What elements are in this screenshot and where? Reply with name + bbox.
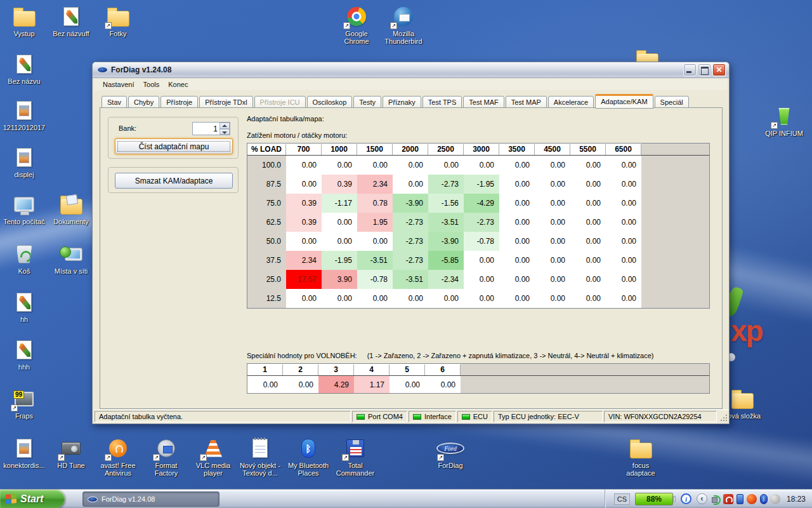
computer-icon [10,193,39,216]
column-header: 3000 [464,144,499,155]
desktop-icon-label: Koš [18,267,30,275]
idle-column-header: 5 [390,364,425,375]
tab-testy[interactable]: Testy [353,96,381,108]
desktop-icon-fordiag[interactable]: FordForDiag [428,437,473,469]
desktop-icon-12112012017[interactable]: 12112012017 [1,99,47,131]
table-cell: -2.73 [464,213,499,232]
menu-item-konec[interactable]: Konec [164,79,192,90]
tab-osciloskop[interactable]: Osciloskop [307,96,353,108]
avast-icon[interactable] [747,494,757,504]
table-cell: 0.00 [286,175,322,194]
desktop-icon-hhh[interactable]: hhh [1,338,47,371]
folder-glyph [630,443,652,458]
tab-speci-l[interactable]: Speciál [655,96,689,108]
table-cell: 17.57 [286,270,322,289]
bank-value[interactable]: 1 [193,123,219,135]
desktop-icon-google-chrome[interactable]: Google Chrome [334,5,379,45]
desktop-icon-label: Bez názvuff [53,30,89,37]
battery-indicator[interactable]: 88% [635,493,673,505]
close-button[interactable] [712,64,726,76]
tab-test-maf[interactable]: Test MAF [463,96,504,108]
volume-icon[interactable] [770,494,780,504]
spinner-up-icon[interactable] [219,123,230,129]
desktop-icon-my-bluetooth-places[interactable]: ᛒMy Bluetooth Places [285,437,331,477]
desktop-icon-bez-názvu[interactable]: Bez názvu [1,53,47,85]
desktop-icon-nový-objekt-textový-d-[interactable]: Nový objekt - Textový d... [237,437,283,477]
table-cell: 0.00 [393,175,428,194]
table-cell: 0.78 [357,194,393,213]
desktop-icon-hd-tune[interactable]: HD Tune [48,437,94,469]
desktop-icon-fotky[interactable]: Fotky [95,5,141,37]
desktop-icon-dokumenty[interactable]: Dokumenty [48,193,94,225]
desktop-icon-konektordis-[interactable]: konektordis... [1,437,47,469]
qip-icon [769,105,799,128]
resize-grip[interactable] [718,411,728,422]
tab-test-tps[interactable]: Test TPS [422,96,462,108]
maximize-button[interactable] [698,64,711,76]
start-button[interactable]: Start [0,490,65,508]
desktop-icon-fraps[interactable]: 99Fraps [1,387,47,420]
desktop-icon-vystup[interactable]: Vystup [1,5,47,37]
desktop-icon-label: QIP INFIUM [765,130,803,137]
tab-akcelerace[interactable]: Akcelerace [548,96,594,108]
tab-chyby[interactable]: Chyby [128,96,159,108]
table-cell: -3.51 [357,251,393,270]
table-cell: 0.00 [322,289,357,308]
shortcut-arrow-icon [342,454,349,461]
tab-test-map[interactable]: Test MAP [506,96,547,108]
table-cell: -3.51 [428,213,464,232]
menu-item-nastaven-[interactable]: Nastavení [98,79,139,90]
table-cell: -3.51 [393,270,428,289]
desktop-icon-vlc-media-player[interactable]: VLC media player [190,437,236,477]
table-cell: 0.00 [535,270,570,289]
ff-icon [152,437,181,460]
desktop-icon-total-commander[interactable]: Total Commander [332,437,378,477]
desktop-icon-koš[interactable]: Koš [1,243,47,275]
table-cell: 0.00 [535,194,570,213]
desktop-icon-avast-free-antivirus[interactable]: avast! Free Antivirus [95,437,141,477]
table-cell: 0.00 [499,232,535,251]
desktop-icon-label: focus adaptace [618,462,664,477]
tab-adaptace-kam[interactable]: Adaptace/KAM [595,94,653,109]
menu-item-tools[interactable]: Tools [139,79,164,90]
status-indicator-ecu: ECU [457,411,492,422]
read-adaptation-map-button[interactable]: Číst adaptační mapu [115,138,233,154]
desktop-icon-focus-adaptace[interactable]: focus adaptace [618,437,664,477]
folder-glyph [13,11,36,27]
desktop-icon-místa-v-síti[interactable]: Místa v síti [48,243,94,275]
audio-icon[interactable] [711,494,721,504]
idle-column-header: 4 [354,364,390,375]
spinner-down-icon[interactable] [219,129,230,135]
tab-p-znaky[interactable]: Příznaky [383,96,421,108]
recycle-icon [10,243,39,265]
acrobat-icon[interactable] [723,494,733,504]
tab-stav[interactable]: Stav [102,96,127,108]
desktop-icon-label: Fotky [110,30,127,37]
bluetooth-icon[interactable] [760,494,768,504]
desktop-icon-mozilla-thunderbird[interactable]: Mozilla Thunderbird [381,5,426,45]
battery-tray-icon[interactable] [737,494,743,504]
image-icon [10,146,39,169]
table-cell: 0.00 [570,213,606,232]
status-indicator-label: Interface [424,413,452,420]
collapse-chevron-icon[interactable] [697,493,707,504]
network-icon [56,243,86,265]
minimize-button[interactable] [683,64,697,76]
tab-p-stroje[interactable]: Přístroje [160,96,198,108]
image-glyph [16,148,32,167]
desktop-icon-hh[interactable]: hh [1,291,47,323]
desktop-icon-format-factory[interactable]: Format Factory [143,437,189,477]
tab-p-stroje-tdxl[interactable]: Přístroje TDxl [199,96,252,108]
clear-kam-button[interactable]: Smazat KAM/adaptace [115,173,233,189]
taskbar-button-fordiag[interactable]: ForDiag v1.24.08 [82,491,219,507]
info-icon[interactable] [681,493,691,504]
language-indicator[interactable]: CS [614,493,630,505]
desktop-icon-tento-počítač[interactable]: Tento počítač [1,193,47,225]
desktop-icon-bez-názvuff[interactable]: Bez názvuff [48,5,94,37]
desktop-icon-label: VLC media player [190,462,236,477]
bank-spinner[interactable]: 1 [192,122,230,135]
idle-column-header: 2 [283,364,318,375]
desktop-icon-displej[interactable]: displej [1,146,47,178]
title-bar[interactable]: ForDiag v1.24.08 [93,62,729,78]
desktop-icon-qip-infium[interactable]: QIP INFIUM [761,105,807,137]
